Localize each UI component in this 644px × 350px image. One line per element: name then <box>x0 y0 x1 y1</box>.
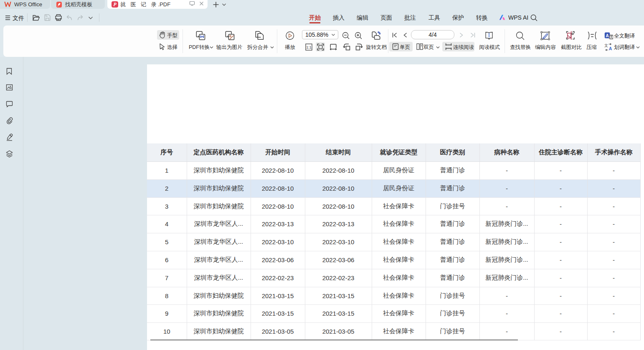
svg-text:A: A <box>606 33 609 38</box>
svg-text:1:1: 1:1 <box>306 45 312 49</box>
svg-text:文: 文 <box>604 43 608 48</box>
svg-text:A: A <box>609 46 612 51</box>
